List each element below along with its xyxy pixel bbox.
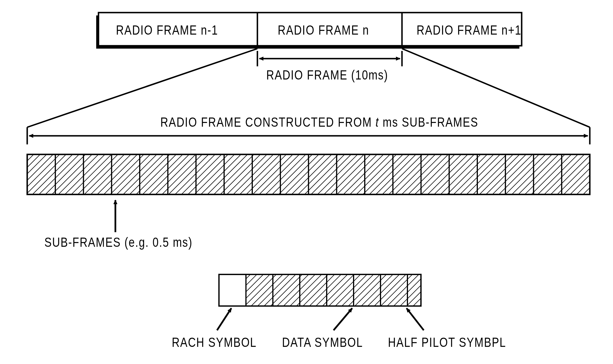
symbol-cell-data <box>273 275 300 306</box>
symbol-label-pilot: HALF PILOT SYMBPL <box>388 335 506 350</box>
frame-label-center: RADIO FRAME n <box>278 22 369 37</box>
constructed-prefix: RADIO FRAME CONSTRUCTED FROM <box>160 114 376 130</box>
symbol-cell-rach <box>219 275 246 306</box>
symbol-cell-data <box>354 275 381 306</box>
diagram-canvas: RADIO FRAME n-1 RADIO FRAME n RADIO FRAM… <box>0 0 613 364</box>
constructed-var: t <box>376 114 379 130</box>
pointer-data <box>334 308 352 330</box>
symbol-cell-data <box>246 275 273 306</box>
diagram-svg <box>0 0 613 364</box>
pointer-rach <box>217 308 231 330</box>
constructed-label: RADIO FRAME CONSTRUCTED FROM t ms SUB-FR… <box>160 114 478 130</box>
symbol-cell-data <box>300 275 327 306</box>
symbol-label-data: DATA SYMBOL <box>282 335 363 350</box>
symbol-cell-data <box>381 275 407 306</box>
subframes-strip <box>27 154 590 194</box>
constructed-suffix: ms SUB-FRAMES <box>379 114 478 130</box>
subframes-label: SUB-FRAMES (e.g. 0.5 ms) <box>44 234 193 250</box>
symbol-cell-half-pilot <box>407 275 421 306</box>
frame-label-left: RADIO FRAME n-1 <box>116 22 218 37</box>
frame-label-right: RADIO FRAME n+1 <box>417 22 521 37</box>
symbol-label-rach: RACH SYMBOL <box>172 335 257 350</box>
symbol-strip <box>219 275 421 306</box>
symbol-cell-data <box>327 275 354 306</box>
pointer-pilot <box>407 308 424 330</box>
radio-frame-duration-label: RADIO FRAME (10ms) <box>266 67 388 82</box>
